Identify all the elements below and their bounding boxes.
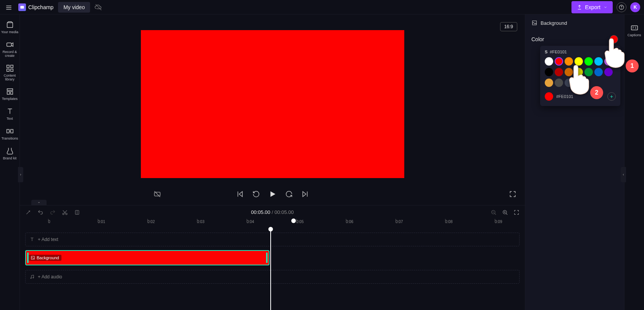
svg-rect-12: [10, 69, 13, 71]
app-name: Clipchamp: [28, 4, 53, 10]
collapse-stage[interactable]: [31, 200, 47, 205]
color-row: Color: [531, 35, 618, 43]
color-swatch[interactable]: [604, 57, 613, 66]
color-swatch[interactable]: [545, 79, 553, 87]
color-swatch[interactable]: [565, 68, 573, 76]
svg-rect-13: [7, 89, 13, 91]
timeline-tracks: + Add text Background + Add audi: [20, 227, 525, 288]
main: Your media Record & create Content libra…: [0, 14, 644, 310]
recent-swatch[interactable]: [545, 92, 553, 101]
export-label: Export: [585, 4, 600, 10]
nav-templates[interactable]: Templates: [1, 85, 19, 105]
clip-handle-left[interactable]: [27, 252, 29, 263]
ruler-tick: 0:07: [395, 220, 403, 224]
color-swatch[interactable]: [575, 68, 583, 76]
rewind-icon[interactable]: [252, 190, 260, 198]
color-swatch[interactable]: [555, 57, 563, 66]
svg-point-38: [33, 277, 34, 278]
redo-icon[interactable]: [50, 209, 56, 215]
split-icon[interactable]: [74, 209, 80, 215]
project-title[interactable]: My video: [58, 2, 90, 13]
ruler-tick: 0:09: [495, 220, 502, 224]
text-track: + Add text: [25, 233, 520, 246]
add-color-button[interactable]: +: [607, 92, 616, 101]
color-swatch[interactable]: [555, 79, 563, 87]
zoom-in-icon[interactable]: [502, 209, 508, 215]
cut-icon[interactable]: [62, 209, 68, 215]
color-swatch[interactable]: [604, 68, 613, 76]
s-badge: S: [545, 50, 547, 54]
properties-header: Background: [531, 20, 618, 26]
captions-button[interactable]: Captions: [625, 21, 644, 41]
avatar[interactable]: K: [630, 2, 640, 12]
hamburger-menu[interactable]: [4, 3, 13, 12]
aspect-ratio-badge[interactable]: 16:9: [500, 22, 517, 31]
svg-marker-22: [270, 191, 275, 197]
color-picker-popover: S #FE0101 ent #FE0101 +: [540, 46, 620, 106]
clip-handle-right[interactable]: [266, 252, 268, 263]
svg-marker-20: [239, 191, 242, 196]
center-column: 16:9 00:: [20, 14, 525, 310]
add-text-button[interactable]: + Add text: [25, 233, 520, 246]
color-swatch[interactable]: [565, 79, 573, 87]
color-swatch[interactable]: [584, 57, 593, 66]
video-canvas[interactable]: [141, 30, 404, 178]
help-button[interactable]: [617, 2, 626, 12]
nav-content-library[interactable]: Content library: [1, 62, 19, 85]
nav-record-create[interactable]: Record & create: [1, 38, 19, 62]
color-swatch[interactable]: [594, 57, 603, 66]
color-swatch[interactable]: [545, 57, 553, 66]
ruler-tick: 0:03: [197, 220, 204, 224]
recent-hex: #FE0101: [556, 94, 573, 99]
svg-rect-14: [7, 92, 9, 94]
forward-icon[interactable]: [285, 190, 293, 198]
color-swatch[interactable]: [545, 68, 553, 76]
hex-value[interactable]: #FE0101: [550, 50, 567, 54]
topbar: Clipchamp My video Export K: [0, 0, 644, 14]
color-swatch[interactable]: [555, 68, 563, 76]
color-swatch[interactable]: [584, 68, 593, 76]
expand-right-panel[interactable]: [621, 167, 626, 182]
hex-row: S #FE0101 ent: [545, 50, 616, 54]
cloud-off-icon[interactable]: [95, 3, 102, 11]
color-swatch[interactable]: [575, 57, 583, 66]
left-sidebar: Your media Record & create Content libra…: [0, 14, 20, 310]
export-button[interactable]: Export: [571, 1, 613, 13]
stage: 16:9: [20, 14, 525, 205]
logo-icon: [18, 3, 26, 11]
hide-preview-icon[interactable]: [153, 190, 161, 198]
svg-rect-40: [631, 26, 638, 30]
hex-suffix: ent: [610, 50, 616, 54]
player-controls: [20, 190, 525, 198]
playhead[interactable]: [270, 227, 271, 310]
nav-brand-kit[interactable]: Brand kit: [1, 145, 19, 164]
zoom-out-icon[interactable]: [491, 209, 497, 215]
nav-your-media[interactable]: Your media: [1, 18, 19, 38]
app-logo[interactable]: Clipchamp: [18, 3, 53, 11]
nav-transitions[interactable]: Transitions: [1, 125, 19, 145]
nav-text[interactable]: Text: [1, 105, 19, 125]
background-clip[interactable]: Background: [25, 250, 270, 265]
fit-icon[interactable]: [513, 209, 520, 215]
swatch-row-1: [545, 57, 616, 66]
color-swatch[interactable]: [565, 57, 573, 66]
magic-icon[interactable]: [25, 209, 31, 215]
fullscreen-icon[interactable]: [509, 190, 516, 198]
ruler-tick: 0:05: [296, 220, 303, 224]
video-track: Background: [25, 250, 520, 266]
undo-icon[interactable]: [37, 209, 44, 215]
skip-back-icon[interactable]: [236, 190, 244, 198]
ruler-tick: 0:01: [98, 220, 105, 224]
time-display: 00:05.00 / 00:05.00: [251, 209, 294, 215]
color-label: Color: [531, 36, 544, 42]
add-audio-button[interactable]: + Add audio: [25, 270, 520, 284]
play-button[interactable]: [268, 190, 277, 198]
timeline-ruler[interactable]: 00:010:020:030:040:050:060:070:080:09: [20, 219, 525, 227]
ruler-tick: 0:08: [445, 220, 452, 224]
timeline-toolbar: 00:05.00 / 00:05.00: [20, 205, 525, 219]
audio-track: + Add audio: [25, 270, 520, 284]
playhead-knob[interactable]: [268, 227, 273, 231]
skip-fwd-icon[interactable]: [301, 190, 309, 198]
color-chip[interactable]: [610, 35, 618, 43]
color-swatch[interactable]: [594, 68, 603, 76]
